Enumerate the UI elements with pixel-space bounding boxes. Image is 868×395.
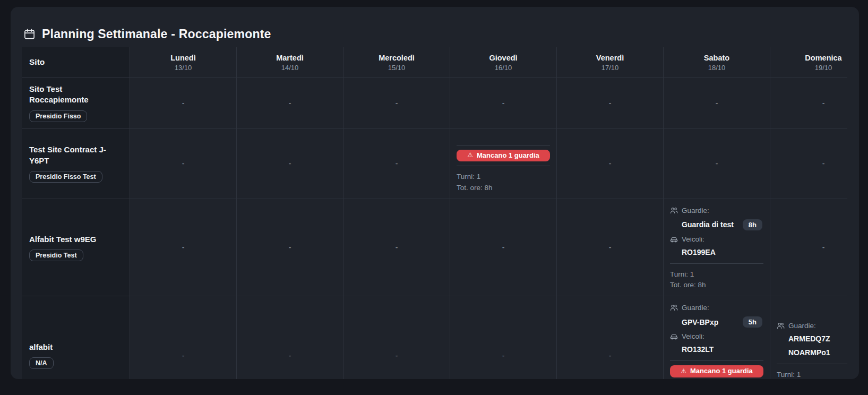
day-cell[interactable]: - xyxy=(130,78,236,128)
day-cell[interactable]: - xyxy=(450,78,556,128)
day-cell[interactable]: Guardie:ARMEDQ7ZNOARMPo1Turni: 1Tot. ore… xyxy=(770,296,847,379)
guards-section-label: Guardie: xyxy=(777,322,847,330)
day-cell[interactable]: - xyxy=(236,199,343,296)
day-cell[interactable]: - xyxy=(663,129,770,199)
turni-count: Turni: 1 xyxy=(670,269,763,280)
day-cell[interactable]: - xyxy=(556,129,663,199)
vehicle-plate: RO199EA xyxy=(682,248,716,256)
total-hours: Tot. ore: 8h xyxy=(670,280,763,290)
site-name: alfabit xyxy=(29,342,53,353)
vehicle-icon xyxy=(670,332,678,340)
day-cell[interactable]: - xyxy=(450,199,556,296)
day-date: 13/10 xyxy=(175,64,192,72)
guard-name: Guardia di test xyxy=(682,220,734,229)
total-hours: Tot. ore: 8h xyxy=(457,183,550,193)
section-label-text: Guardie: xyxy=(682,207,709,214)
day-cell[interactable]: - xyxy=(343,129,450,199)
warning-icon: ⚠ xyxy=(681,367,686,376)
divider xyxy=(670,263,763,264)
vehicle-section-label: Veicoli: xyxy=(670,235,763,243)
day-header-martedì: Martedì14/10 xyxy=(236,47,343,77)
day-cell[interactable]: - xyxy=(556,78,663,128)
site-cell[interactable]: alfabitN/A xyxy=(22,296,130,379)
day-cell[interactable]: - xyxy=(130,129,236,199)
day-header-sabato: Sabato18/10 xyxy=(663,47,770,77)
day-cell[interactable]: - xyxy=(770,78,847,128)
vehicle-section-label: Veicoli: xyxy=(670,332,763,340)
divider xyxy=(457,145,550,145)
cell-totals: Turni: 1Tot. ore: 5h xyxy=(777,370,847,379)
warning-icon: ⚠ xyxy=(467,151,473,160)
day-date: 15/10 xyxy=(388,64,406,72)
guards-section-label: Guardie: xyxy=(670,304,763,312)
table-row: alfabitN/A-----Guardie:GPV-BPxp5hVeicoli… xyxy=(22,296,847,379)
guard-hours-badge: 5h xyxy=(743,316,762,328)
guards-icon xyxy=(777,322,785,330)
site-type-badge: Presidio Test xyxy=(29,250,83,261)
alert-text: Mancano 1 guardia xyxy=(690,367,753,376)
site-cell[interactable]: Sito Test RoccapiemontePresidio Fisso xyxy=(22,78,130,128)
divider xyxy=(777,364,847,364)
vehicle-entry: RO199EA xyxy=(682,248,763,256)
day-cell[interactable]: - xyxy=(343,296,450,379)
site-type-badge: Presidio Fisso xyxy=(29,110,87,122)
guards-section-label: Guardie: xyxy=(670,207,763,214)
day-header-giovedì: Giovedì16/10 xyxy=(450,47,556,77)
mancano-guardia-badge[interactable]: ⚠Mancano 1 guardia xyxy=(670,365,763,377)
planning-table-wrap: Sito Lunedì13/10Martedì14/10Mercoledì15/… xyxy=(22,47,847,379)
day-cell[interactable]: ⚠Mancano 1 guardiaTurni: 1Tot. ore: 8h xyxy=(450,129,556,199)
day-date: 16/10 xyxy=(495,64,512,72)
day-date: 17/10 xyxy=(601,64,619,72)
divider xyxy=(670,360,763,361)
guard-hours-badge: 8h xyxy=(743,219,762,230)
day-name: Domenica xyxy=(805,53,841,64)
guard-name: NOARMPo1 xyxy=(788,348,830,357)
cell-totals: Turni: 1Tot. ore: 8h xyxy=(457,171,550,193)
day-date: 18/10 xyxy=(708,64,726,72)
guard-entry: Guardia di test8h xyxy=(682,219,763,230)
day-date: 14/10 xyxy=(281,64,299,72)
site-type-badge: N/A xyxy=(29,357,54,369)
day-cell[interactable]: Guardie:Guardia di test8hVeicoli:RO199EA… xyxy=(663,199,770,296)
card-header: Planning Settimanale - Roccapiemonte xyxy=(11,7,859,47)
table-header-row: Sito Lunedì13/10Martedì14/10Mercoledì15/… xyxy=(22,47,847,78)
day-name: Sabato xyxy=(704,53,729,64)
day-cell[interactable]: Guardie:GPV-BPxp5hVeicoli:RO132LT⚠Mancan… xyxy=(663,296,770,379)
planning-card: Planning Settimanale - Roccapiemonte Sit… xyxy=(11,7,859,379)
day-cell[interactable]: - xyxy=(556,199,663,296)
site-cell[interactable]: Alfabit Test w9EGPresidio Test xyxy=(22,199,130,296)
vehicle-entry: RO132LT xyxy=(682,345,763,354)
turni-count: Turni: 1 xyxy=(457,171,550,182)
day-cell[interactable]: - xyxy=(663,78,770,128)
vehicle-icon xyxy=(670,235,678,243)
day-cell[interactable]: - xyxy=(236,296,343,379)
planning-table: Sito Lunedì13/10Martedì14/10Mercoledì15/… xyxy=(22,47,847,379)
site-name: Sito Test Roccapiemonte xyxy=(29,84,122,106)
page-title: Planning Settimanale - Roccapiemonte xyxy=(42,27,271,41)
section-label-text: Veicoli: xyxy=(682,235,704,243)
day-cell[interactable]: - xyxy=(770,199,847,296)
section-label-text: Veicoli: xyxy=(682,332,704,340)
table-row: Test Site Contract J-Y6PTPresidio Fisso … xyxy=(22,129,847,199)
day-cell[interactable]: - xyxy=(130,296,236,379)
day-name: Lunedì xyxy=(170,53,196,64)
guards-icon xyxy=(670,207,678,214)
day-header-lunedì: Lunedì13/10 xyxy=(130,47,236,77)
day-cell[interactable]: - xyxy=(236,78,343,128)
day-cell[interactable]: - xyxy=(450,296,556,379)
site-cell[interactable]: Test Site Contract J-Y6PTPresidio Fisso … xyxy=(22,129,130,199)
divider xyxy=(457,166,550,166)
calendar-icon xyxy=(23,28,36,40)
day-name: Mercoledì xyxy=(379,53,415,64)
day-name: Venerdì xyxy=(596,53,624,64)
guard-name: GPV-BPxp xyxy=(682,318,718,327)
day-cell[interactable]: - xyxy=(556,296,663,379)
day-date: 19/10 xyxy=(815,64,832,72)
mancano-guardia-badge[interactable]: ⚠Mancano 1 guardia xyxy=(457,150,550,162)
day-cell[interactable]: - xyxy=(236,129,343,199)
day-cell[interactable]: - xyxy=(130,199,236,296)
day-cell[interactable]: - xyxy=(343,78,450,128)
day-cell[interactable]: - xyxy=(343,199,450,296)
day-cell[interactable]: - xyxy=(770,129,847,199)
site-name: Alfabit Test w9EG xyxy=(29,234,96,245)
